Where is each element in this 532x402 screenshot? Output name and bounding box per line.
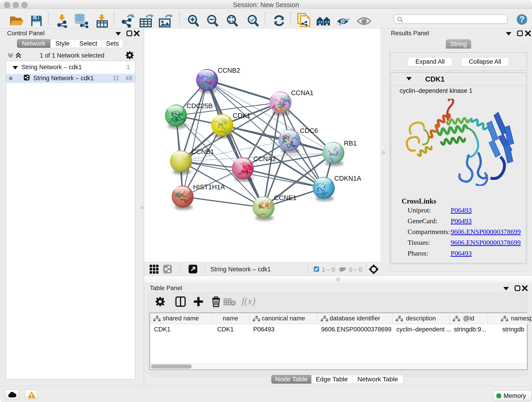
svg-text:RB1: RB1: [344, 140, 357, 147]
svg-text:HIST1H1A: HIST1H1A: [193, 183, 225, 191]
svg-text:CDKN1A: CDKN1A: [334, 175, 361, 182]
svg-text:CDC25B: CDC25B: [186, 102, 213, 109]
svg-text:CCNA2: CCNA2: [253, 155, 276, 162]
svg-text:?: ?: [519, 15, 525, 24]
svg-text:CDC6: CDC6: [300, 127, 318, 134]
svg-text:CDK1: CDK1: [233, 112, 250, 119]
svg-text:CCNB2: CCNB2: [218, 67, 240, 74]
svg-text:CCNE1: CCNE1: [274, 194, 297, 201]
svg-text:CCNA1: CCNA1: [291, 89, 313, 96]
svg-text:CCNB1: CCNB1: [191, 148, 214, 155]
